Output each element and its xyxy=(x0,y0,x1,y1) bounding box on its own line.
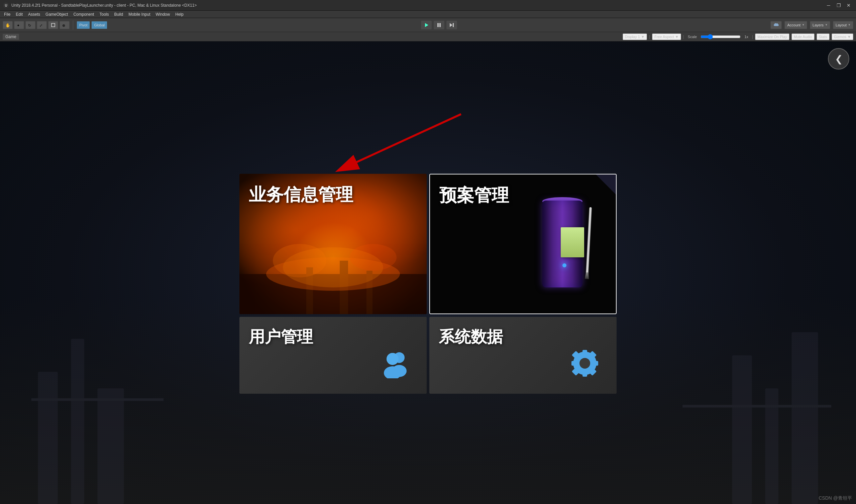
watermark-text: CSDN @青坦平 xyxy=(819,495,852,501)
toolbar-hand-tool[interactable]: ✋ xyxy=(3,21,13,29)
toolbar-rect-tool[interactable] xyxy=(48,21,58,29)
svg-rect-38 xyxy=(583,371,587,377)
game-tab[interactable]: Game xyxy=(3,34,19,40)
book-overlay xyxy=(561,227,584,257)
close-window-button[interactable]: ✕ xyxy=(844,2,853,9)
account-button[interactable]: Account xyxy=(784,21,807,29)
title-bar-controls: ─ ❐ ✕ xyxy=(824,2,853,9)
move-icon: ✦ xyxy=(17,23,21,28)
svg-rect-13 xyxy=(38,372,57,504)
stats-button[interactable]: Stats xyxy=(817,33,830,40)
restore-button[interactable]: ❐ xyxy=(834,2,843,9)
separator-1: | xyxy=(649,34,650,39)
svg-text:⤢: ⤢ xyxy=(39,23,42,28)
menu-build[interactable]: Build xyxy=(111,11,126,17)
scale-slider[interactable] xyxy=(700,34,741,39)
transform-icon: ⊕ xyxy=(62,23,67,28)
menu-edit[interactable]: Edit xyxy=(13,11,25,17)
play-button[interactable] xyxy=(421,20,432,30)
users-icon xyxy=(380,348,410,378)
cylinder-body xyxy=(542,200,583,287)
card-sysdata[interactable]: 系统数据 xyxy=(429,317,617,394)
gizmos-arrow-icon: ▼ xyxy=(847,35,851,39)
global-button[interactable]: Global xyxy=(91,21,107,29)
menu-window[interactable]: Window xyxy=(153,11,173,17)
glow-dot xyxy=(563,263,567,267)
menu-gameobject[interactable]: GameObject xyxy=(43,11,71,17)
svg-rect-37 xyxy=(583,350,587,356)
pen-object xyxy=(586,207,592,274)
rect-icon xyxy=(51,23,55,28)
toolbar-transform-group: ✋ ✦ ↻ ⤢ ⊕ xyxy=(3,21,70,29)
layers-label: Layers xyxy=(813,23,824,27)
gizmos-button[interactable]: Gizmos ▼ xyxy=(832,33,853,40)
svg-rect-10 xyxy=(439,23,441,27)
menu-file[interactable]: File xyxy=(1,11,13,17)
card-preplan-title: 预案管理 xyxy=(439,184,509,207)
cloud-icon xyxy=(773,23,779,27)
card-preplan[interactable]: 预案管理 xyxy=(429,174,617,314)
scale-label: Scale xyxy=(686,34,699,39)
card-business-title: 业务信息管理 xyxy=(249,183,353,206)
menu-mobile-input[interactable]: Mobile Input xyxy=(126,11,153,17)
svg-rect-12 xyxy=(453,23,454,27)
notch-corner xyxy=(596,175,616,195)
account-label: Account xyxy=(787,23,801,27)
svg-point-33 xyxy=(387,353,398,365)
layers-button[interactable]: Layers xyxy=(810,21,830,29)
cloud-button[interactable] xyxy=(770,21,782,29)
pivot-button[interactable]: Pivot xyxy=(76,21,90,29)
svg-point-45 xyxy=(579,358,590,368)
aspect-arrow-icon: ▼ xyxy=(675,35,679,39)
separator-2: | xyxy=(683,34,684,39)
game-tab-label: Game xyxy=(5,34,16,39)
back-button[interactable]: ❮ xyxy=(828,48,849,70)
pause-button[interactable] xyxy=(433,20,445,30)
menu-assets[interactable]: Assets xyxy=(25,11,43,17)
watermark: CSDN @青坦平 xyxy=(819,495,852,501)
card-users-title: 用户管理 xyxy=(249,326,313,347)
toolbar: ✋ ✦ ↻ ⤢ ⊕ xyxy=(0,18,856,32)
hand-icon: ✋ xyxy=(5,23,10,28)
menu-tools[interactable]: Tools xyxy=(96,11,111,17)
menu-help[interactable]: Help xyxy=(173,11,186,17)
aspect-selector[interactable]: Free Aspect ▼ xyxy=(652,33,681,40)
svg-text:⊕: ⊕ xyxy=(62,23,65,28)
game-area: 业务信息管理 预案管理 用户管理 xyxy=(0,41,856,504)
display-arrow-icon: ▼ xyxy=(641,35,645,39)
game-view-controls: Display 1 ▼ | Free Aspect ▼ | Scale 1x |… xyxy=(623,33,853,40)
gear-icon xyxy=(570,348,600,378)
layout-button[interactable]: Layout xyxy=(833,21,853,29)
rotate-icon: ↻ xyxy=(28,23,33,28)
toolbar-scale-tool[interactable]: ⤢ xyxy=(37,21,47,29)
toolbar-rotate-tool[interactable]: ↻ xyxy=(25,21,35,29)
svg-marker-8 xyxy=(425,23,428,27)
play-icon xyxy=(424,22,429,28)
step-button[interactable] xyxy=(446,20,458,30)
card-sysdata-title: 系统数据 xyxy=(439,326,503,347)
svg-marker-11 xyxy=(450,23,452,27)
maximize-on-play-button[interactable]: Maximize On Play xyxy=(755,33,789,40)
title-bar: U Unity 2018.4.2f1 Personal - SandtableP… xyxy=(0,0,856,11)
card-users[interactable]: 用户管理 xyxy=(239,317,427,394)
mute-audio-button[interactable]: Mute Audio xyxy=(791,33,815,40)
separator-3: | xyxy=(752,34,753,39)
menu-component[interactable]: Component xyxy=(71,11,96,17)
scale-value: 1x xyxy=(743,34,750,39)
display-label: Display 1 xyxy=(625,35,640,39)
svg-rect-18 xyxy=(791,332,818,504)
svg-rect-40 xyxy=(592,361,598,366)
aspect-label: Free Aspect xyxy=(654,35,674,39)
gear-icon-container xyxy=(570,348,600,384)
svg-text:↻: ↻ xyxy=(28,23,31,28)
step-icon xyxy=(449,22,454,28)
svg-text:✋: ✋ xyxy=(5,23,10,28)
toolbar-transform-tool[interactable]: ⊕ xyxy=(59,21,70,29)
toolbar-move-tool[interactable]: ✦ xyxy=(14,21,24,29)
scale-icon: ⤢ xyxy=(39,23,44,28)
display-selector[interactable]: Display 1 ▼ xyxy=(623,33,647,40)
title-bar-left: U Unity 2018.4.2f1 Personal - SandtableP… xyxy=(3,2,197,9)
svg-rect-9 xyxy=(438,23,439,27)
minimize-button[interactable]: ─ xyxy=(824,2,833,9)
card-business[interactable]: 业务信息管理 xyxy=(239,174,427,314)
